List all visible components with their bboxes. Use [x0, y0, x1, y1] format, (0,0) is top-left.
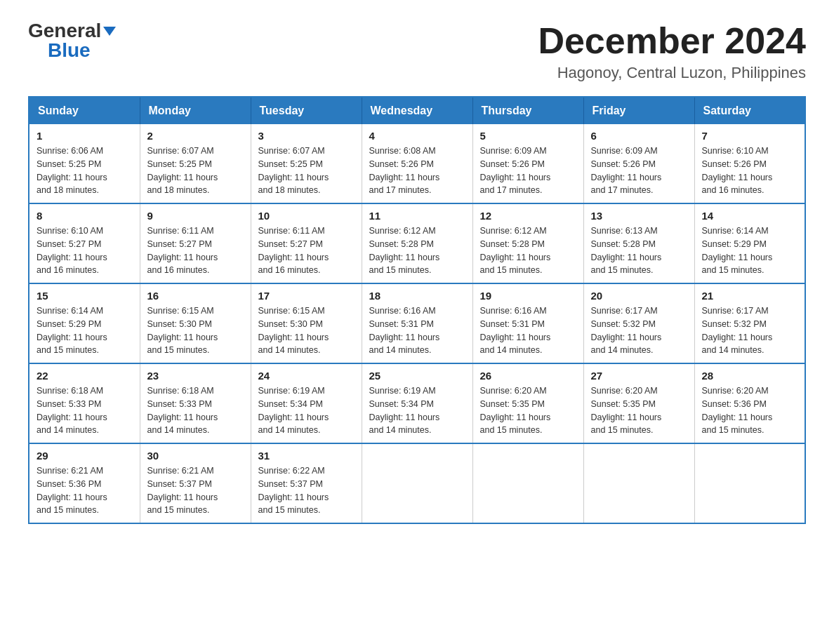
header-sunday: Sunday: [29, 97, 140, 124]
day-info: Sunrise: 6:07 AM Sunset: 5:25 PM Dayligh…: [258, 145, 355, 197]
day-cell: 23 Sunrise: 6:18 AM Sunset: 5:33 PM Dayl…: [140, 363, 251, 443]
day-cell: 15 Sunrise: 6:14 AM Sunset: 5:29 PM Dayl…: [29, 283, 140, 363]
day-cell: 22 Sunrise: 6:18 AM Sunset: 5:33 PM Dayl…: [29, 363, 140, 443]
day-number: 4: [369, 130, 465, 142]
day-cell: 31 Sunrise: 6:22 AM Sunset: 5:37 PM Dayl…: [251, 443, 362, 523]
day-number: 12: [480, 210, 576, 222]
header-wednesday: Wednesday: [362, 97, 472, 124]
day-number: 16: [147, 290, 244, 302]
day-cell: 7 Sunrise: 6:10 AM Sunset: 5:26 PM Dayli…: [694, 124, 805, 203]
day-number: 23: [147, 370, 244, 382]
calendar-table: SundayMondayTuesdayWednesdayThursdayFrid…: [28, 96, 806, 524]
day-info: Sunrise: 6:20 AM Sunset: 5:36 PM Dayligh…: [702, 384, 798, 437]
day-number: 20: [591, 290, 687, 302]
page-header: General Blue December 2024 Hagonoy, Cent…: [28, 21, 806, 82]
day-info: Sunrise: 6:21 AM Sunset: 5:37 PM Dayligh…: [147, 464, 244, 517]
day-info: Sunrise: 6:15 AM Sunset: 5:30 PM Dayligh…: [258, 304, 355, 357]
day-info: Sunrise: 6:18 AM Sunset: 5:33 PM Dayligh…: [37, 384, 133, 437]
day-number: 18: [369, 290, 465, 302]
day-number: 17: [258, 290, 355, 302]
day-cell: [472, 443, 583, 523]
day-info: Sunrise: 6:10 AM Sunset: 5:27 PM Dayligh…: [37, 224, 133, 277]
logo-general-text: General: [28, 20, 116, 41]
day-cell: 1 Sunrise: 6:06 AM Sunset: 5:25 PM Dayli…: [29, 124, 140, 203]
day-number: 19: [480, 290, 576, 302]
day-cell: 13 Sunrise: 6:13 AM Sunset: 5:28 PM Dayl…: [583, 203, 694, 283]
day-info: Sunrise: 6:11 AM Sunset: 5:27 PM Dayligh…: [258, 224, 355, 277]
day-cell: [583, 443, 694, 523]
day-cell: 9 Sunrise: 6:11 AM Sunset: 5:27 PM Dayli…: [140, 203, 251, 283]
logo-general-line: General: [28, 21, 116, 41]
day-cell: 8 Sunrise: 6:10 AM Sunset: 5:27 PM Dayli…: [29, 203, 140, 283]
day-cell: 12 Sunrise: 6:12 AM Sunset: 5:28 PM Dayl…: [472, 203, 583, 283]
day-number: 6: [591, 130, 687, 142]
day-info: Sunrise: 6:06 AM Sunset: 5:25 PM Dayligh…: [37, 145, 133, 197]
day-info: Sunrise: 6:10 AM Sunset: 5:26 PM Dayligh…: [702, 145, 798, 197]
day-cell: 27 Sunrise: 6:20 AM Sunset: 5:35 PM Dayl…: [583, 363, 694, 443]
day-cell: [362, 443, 472, 523]
day-number: 8: [37, 210, 133, 222]
logo: General Blue: [28, 21, 116, 60]
day-number: 14: [702, 210, 798, 222]
day-cell: 18 Sunrise: 6:16 AM Sunset: 5:31 PM Dayl…: [362, 283, 472, 363]
day-number: 9: [147, 210, 244, 222]
day-cell: 21 Sunrise: 6:17 AM Sunset: 5:32 PM Dayl…: [694, 283, 805, 363]
week-row-5: 29 Sunrise: 6:21 AM Sunset: 5:36 PM Dayl…: [29, 443, 805, 523]
day-info: Sunrise: 6:19 AM Sunset: 5:34 PM Dayligh…: [369, 384, 465, 437]
day-number: 7: [702, 130, 798, 142]
day-cell: 11 Sunrise: 6:12 AM Sunset: 5:28 PM Dayl…: [362, 203, 472, 283]
day-number: 28: [702, 370, 798, 382]
logo-blue-line: Blue: [28, 41, 91, 60]
day-info: Sunrise: 6:09 AM Sunset: 5:26 PM Dayligh…: [480, 145, 576, 197]
day-info: Sunrise: 6:12 AM Sunset: 5:28 PM Dayligh…: [480, 224, 576, 277]
day-cell: 5 Sunrise: 6:09 AM Sunset: 5:26 PM Dayli…: [472, 124, 583, 203]
day-cell: 28 Sunrise: 6:20 AM Sunset: 5:36 PM Dayl…: [694, 363, 805, 443]
day-cell: 29 Sunrise: 6:21 AM Sunset: 5:36 PM Dayl…: [29, 443, 140, 523]
day-cell: 4 Sunrise: 6:08 AM Sunset: 5:26 PM Dayli…: [362, 124, 472, 203]
day-cell: 17 Sunrise: 6:15 AM Sunset: 5:30 PM Dayl…: [251, 283, 362, 363]
week-row-1: 1 Sunrise: 6:06 AM Sunset: 5:25 PM Dayli…: [29, 124, 805, 203]
logo-blue-text: Blue: [48, 39, 91, 61]
header-saturday: Saturday: [694, 97, 805, 124]
day-info: Sunrise: 6:22 AM Sunset: 5:37 PM Dayligh…: [258, 464, 355, 517]
day-info: Sunrise: 6:07 AM Sunset: 5:25 PM Dayligh…: [147, 145, 244, 197]
day-cell: 30 Sunrise: 6:21 AM Sunset: 5:37 PM Dayl…: [140, 443, 251, 523]
day-info: Sunrise: 6:12 AM Sunset: 5:28 PM Dayligh…: [369, 224, 465, 277]
day-cell: 26 Sunrise: 6:20 AM Sunset: 5:35 PM Dayl…: [472, 363, 583, 443]
day-cell: 10 Sunrise: 6:11 AM Sunset: 5:27 PM Dayl…: [251, 203, 362, 283]
header-tuesday: Tuesday: [251, 97, 362, 124]
day-number: 27: [591, 370, 687, 382]
day-info: Sunrise: 6:16 AM Sunset: 5:31 PM Dayligh…: [480, 304, 576, 357]
header-thursday: Thursday: [472, 97, 583, 124]
day-number: 31: [258, 450, 355, 462]
week-row-2: 8 Sunrise: 6:10 AM Sunset: 5:27 PM Dayli…: [29, 203, 805, 283]
day-cell: 19 Sunrise: 6:16 AM Sunset: 5:31 PM Dayl…: [472, 283, 583, 363]
day-number: 13: [591, 210, 687, 222]
day-number: 22: [37, 370, 133, 382]
location-text: Hagonoy, Central Luzon, Philippines: [538, 64, 806, 82]
day-info: Sunrise: 6:17 AM Sunset: 5:32 PM Dayligh…: [591, 304, 687, 357]
day-number: 10: [258, 210, 355, 222]
day-info: Sunrise: 6:15 AM Sunset: 5:30 PM Dayligh…: [147, 304, 244, 357]
day-number: 3: [258, 130, 355, 142]
day-cell: [694, 443, 805, 523]
day-info: Sunrise: 6:13 AM Sunset: 5:28 PM Dayligh…: [591, 224, 687, 277]
day-number: 26: [480, 370, 576, 382]
calendar-header-row: SundayMondayTuesdayWednesdayThursdayFrid…: [29, 97, 805, 124]
day-cell: 14 Sunrise: 6:14 AM Sunset: 5:29 PM Dayl…: [694, 203, 805, 283]
day-number: 11: [369, 210, 465, 222]
day-cell: 24 Sunrise: 6:19 AM Sunset: 5:34 PM Dayl…: [251, 363, 362, 443]
day-number: 25: [369, 370, 465, 382]
header-monday: Monday: [140, 97, 251, 124]
week-row-3: 15 Sunrise: 6:14 AM Sunset: 5:29 PM Dayl…: [29, 283, 805, 363]
day-number: 29: [37, 450, 133, 462]
day-info: Sunrise: 6:11 AM Sunset: 5:27 PM Dayligh…: [147, 224, 244, 277]
day-cell: 2 Sunrise: 6:07 AM Sunset: 5:25 PM Dayli…: [140, 124, 251, 203]
day-info: Sunrise: 6:19 AM Sunset: 5:34 PM Dayligh…: [258, 384, 355, 437]
day-cell: 6 Sunrise: 6:09 AM Sunset: 5:26 PM Dayli…: [583, 124, 694, 203]
day-number: 1: [37, 130, 133, 142]
logo-triangle-icon: [103, 27, 116, 36]
title-section: December 2024 Hagonoy, Central Luzon, Ph…: [538, 21, 806, 82]
day-number: 2: [147, 130, 244, 142]
day-info: Sunrise: 6:20 AM Sunset: 5:35 PM Dayligh…: [591, 384, 687, 437]
